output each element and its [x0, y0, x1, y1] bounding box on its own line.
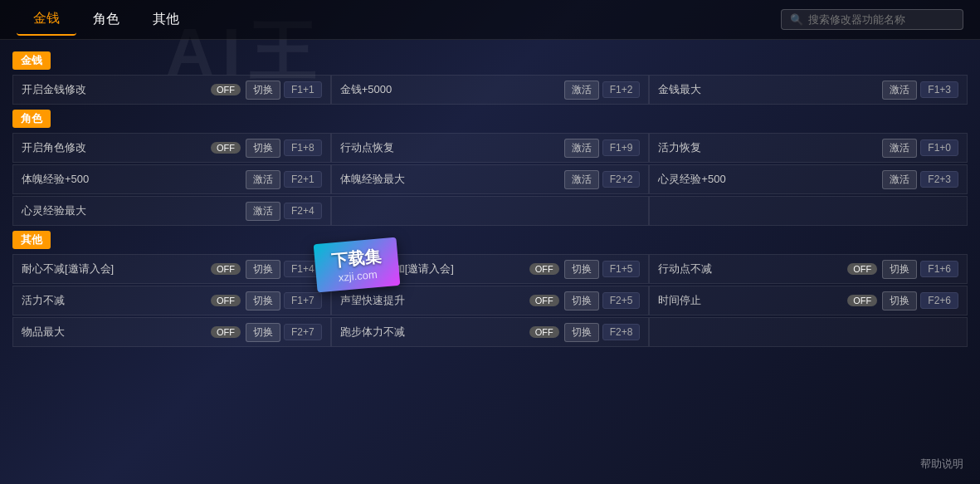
- feature-cell-role-2-2: [649, 196, 968, 226]
- feature-row-other-0: 耐心不减[邀请入会]OFF切换F1+4意愿快速增加[邀请入会]OFF切换F1+5…: [12, 254, 968, 284]
- off-badge[interactable]: OFF: [847, 295, 877, 306]
- action-button[interactable]: 激活: [882, 81, 917, 100]
- feature-cell-other-1-1: 声望快速提升OFF切换F2+5: [331, 286, 650, 315]
- action-button[interactable]: 激活: [564, 170, 599, 189]
- hotkey-badge[interactable]: F1+7: [284, 292, 322, 309]
- action-button[interactable]: 激活: [564, 139, 599, 158]
- off-badge[interactable]: OFF: [211, 263, 241, 275]
- hotkey-badge[interactable]: F1+2: [602, 81, 641, 98]
- feature-name: 行动点不减: [658, 262, 847, 276]
- feature-name: 行动点恢复: [340, 140, 564, 155]
- off-badge[interactable]: OFF: [529, 263, 559, 275]
- action-button[interactable]: 切换: [564, 323, 599, 342]
- off-badge[interactable]: OFF: [211, 295, 241, 306]
- off-badge[interactable]: OFF: [529, 295, 559, 306]
- hotkey-badge[interactable]: F2+8: [602, 324, 641, 340]
- action-button[interactable]: 切换: [564, 260, 599, 279]
- footer: 帮助说明: [920, 457, 963, 472]
- feature-name: 体魄经验最大: [340, 172, 564, 187]
- action-button[interactable]: 切换: [246, 139, 280, 158]
- hotkey-badge[interactable]: F1+4: [284, 261, 322, 277]
- feature-name: 心灵经验+500: [658, 172, 882, 187]
- feature-name: 金钱最大: [658, 82, 882, 97]
- feature-name: 开启金钱修改: [22, 82, 211, 97]
- search-icon: 🔍: [790, 13, 803, 26]
- off-badge[interactable]: OFF: [529, 326, 559, 338]
- action-button[interactable]: 切换: [246, 291, 280, 310]
- feature-cell-other-2-2: [649, 317, 968, 347]
- off-badge[interactable]: OFF: [847, 263, 877, 275]
- feature-name: 跑步体力不减: [340, 325, 529, 340]
- feature-name: 意愿快速增加[邀请入会]: [340, 262, 529, 276]
- action-button[interactable]: 切换: [246, 81, 280, 100]
- action-button[interactable]: 激活: [882, 170, 917, 189]
- feature-name: 耐心不减[邀请入会]: [22, 262, 211, 276]
- feature-cell-role-1-0: 体魄经验+500激活F2+1: [12, 164, 331, 194]
- feature-cell-role-0-1: 行动点恢复激活F1+9: [331, 133, 650, 163]
- feature-row-role-0: 开启角色修改OFF切换F1+8行动点恢复激活F1+9活力恢复激活F1+0: [12, 133, 968, 163]
- feature-name: 声望快速提升: [340, 293, 529, 308]
- hotkey-badge[interactable]: F2+6: [920, 292, 958, 309]
- feature-cell-role-2-1: [331, 196, 650, 226]
- feature-row-other-1: 活力不减OFF切换F1+7声望快速提升OFF切换F2+5时间停止OFF切换F2+…: [12, 286, 968, 315]
- feature-cell-money-0-0: 开启金钱修改OFF切换F1+1: [12, 75, 331, 105]
- action-button[interactable]: 激活: [246, 202, 280, 221]
- hotkey-badge[interactable]: F1+3: [920, 81, 958, 98]
- hotkey-badge[interactable]: F1+8: [284, 139, 322, 156]
- tab-other[interactable]: 其他: [136, 4, 196, 35]
- feature-row-money-0: 开启金钱修改OFF切换F1+1金钱+5000激活F1+2金钱最大激活F1+3: [12, 75, 968, 105]
- feature-cell-money-0-2: 金钱最大激活F1+3: [649, 75, 968, 105]
- hotkey-badge[interactable]: F1+9: [602, 139, 641, 156]
- feature-cell-other-0-2: 行动点不减OFF切换F1+6: [649, 254, 968, 284]
- off-badge[interactable]: OFF: [211, 326, 241, 338]
- off-badge[interactable]: OFF: [211, 142, 241, 154]
- feature-name: 活力恢复: [658, 140, 882, 155]
- action-button[interactable]: 激活: [246, 170, 280, 189]
- feature-name: 心灵经验最大: [22, 203, 246, 218]
- action-button[interactable]: 切换: [564, 291, 599, 310]
- feature-cell-role-1-2: 心灵经验+500激活F2+3: [649, 164, 968, 194]
- action-button[interactable]: 切换: [246, 260, 280, 279]
- main-content: 金钱开启金钱修改OFF切换F1+1金钱+5000激活F1+2金钱最大激活F1+3…: [0, 40, 980, 357]
- feature-cell-other-2-1: 跑步体力不减OFF切换F2+8: [331, 317, 650, 347]
- section-label-role: 角色: [12, 110, 51, 128]
- feature-cell-other-1-2: 时间停止OFF切换F2+6: [649, 286, 968, 315]
- hotkey-badge[interactable]: F1+5: [602, 261, 641, 277]
- hotkey-badge[interactable]: F2+2: [602, 171, 641, 188]
- feature-cell-role-0-2: 活力恢复激活F1+0: [649, 133, 968, 163]
- off-badge[interactable]: OFF: [211, 84, 241, 95]
- feature-cell-other-1-0: 活力不减OFF切换F1+7: [12, 286, 331, 315]
- tab-money[interactable]: 金钱: [17, 3, 76, 36]
- hotkey-badge[interactable]: F1+0: [920, 139, 958, 156]
- feature-cell-money-0-1: 金钱+5000激活F1+2: [331, 75, 650, 105]
- search-input[interactable]: [808, 13, 954, 26]
- help-text[interactable]: 帮助说明: [920, 457, 963, 470]
- hotkey-badge[interactable]: F2+1: [284, 171, 322, 188]
- feature-name: 开启角色修改: [22, 140, 211, 155]
- hotkey-badge[interactable]: F1+6: [920, 261, 958, 277]
- section-label-money: 金钱: [12, 51, 51, 70]
- header: 金钱 角色 其他 🔍: [0, 0, 980, 40]
- action-button[interactable]: 激活: [882, 139, 917, 158]
- action-button[interactable]: 切换: [246, 323, 280, 342]
- feature-row-role-2: 心灵经验最大激活F2+4: [12, 196, 968, 226]
- action-button[interactable]: 激活: [564, 81, 599, 100]
- feature-cell-role-1-1: 体魄经验最大激活F2+2: [331, 164, 650, 194]
- feature-cell-other-0-0: 耐心不减[邀请入会]OFF切换F1+4: [12, 254, 331, 284]
- search-box: 🔍: [781, 9, 963, 30]
- tab-role[interactable]: 角色: [76, 4, 136, 35]
- feature-cell-other-0-1: 意愿快速增加[邀请入会]OFF切换F1+5: [331, 254, 650, 284]
- hotkey-badge[interactable]: F2+3: [920, 171, 958, 188]
- feature-name: 活力不减: [22, 293, 211, 308]
- hotkey-badge[interactable]: F2+7: [284, 324, 322, 340]
- action-button[interactable]: 切换: [882, 291, 917, 310]
- hotkey-badge[interactable]: F1+1: [284, 81, 322, 98]
- hotkey-badge[interactable]: F2+4: [284, 203, 322, 219]
- feature-cell-role-0-0: 开启角色修改OFF切换F1+8: [12, 133, 331, 163]
- hotkey-badge[interactable]: F2+5: [602, 292, 641, 309]
- feature-name: 金钱+5000: [340, 82, 564, 97]
- action-button[interactable]: 切换: [882, 260, 917, 279]
- feature-cell-role-2-0: 心灵经验最大激活F2+4: [12, 196, 331, 226]
- feature-name: 时间停止: [658, 293, 847, 308]
- feature-row-role-1: 体魄经验+500激活F2+1体魄经验最大激活F2+2心灵经验+500激活F2+3: [12, 164, 968, 194]
